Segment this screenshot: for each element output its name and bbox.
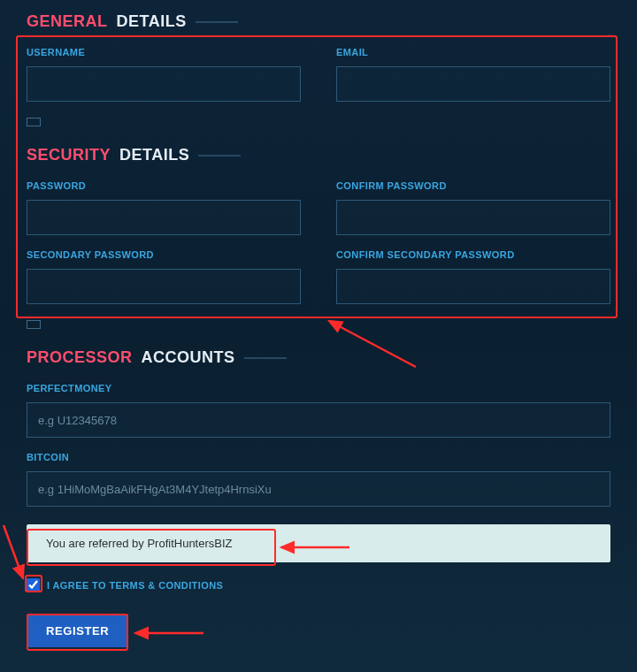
label-bitcoin: BITCOIN (27, 452, 610, 462)
title-accent: GENERAL (27, 12, 108, 31)
title-divider (244, 357, 287, 359)
title-divider (198, 155, 241, 157)
referral-banner: You are referred by ProfitHuntersBIZ (27, 524, 610, 562)
field-perfectmoney: PERFECTMONEY (27, 383, 610, 438)
field-secondary-password: SECONDARY PASSWORD (27, 249, 301, 304)
label-username: USERNAME (27, 47, 301, 57)
terms-label: I AGREE TO TERMS & CONDITIONS (47, 580, 223, 591)
svg-line-2 (4, 525, 23, 578)
section-processor: PROCESSOR ACCOUNTS PERFECTMONEY BITCOIN … (27, 348, 610, 647)
field-confirm-password: CONFIRM PASSWORD (336, 180, 610, 235)
input-email[interactable] (336, 66, 610, 102)
section-security: SECURITY DETAILS PASSWORD CONFIRM PASSWO… (27, 146, 610, 304)
label-confirm-password: CONFIRM PASSWORD (336, 180, 610, 191)
label-email: EMAIL (336, 47, 610, 57)
section-general: GENERAL DETAILS USERNAME EMAIL (27, 12, 610, 102)
field-password: PASSWORD (27, 180, 301, 235)
title-divider (196, 21, 238, 23)
register-button[interactable]: REGISTER (27, 615, 128, 647)
field-username: USERNAME (27, 47, 301, 102)
title-accent: SECURITY (27, 146, 111, 164)
input-bitcoin[interactable] (27, 471, 610, 507)
input-confirm-password[interactable] (336, 200, 610, 235)
section-title-security: SECURITY DETAILS (27, 146, 610, 164)
title-plain: ACCOUNTS (142, 348, 235, 367)
input-username[interactable] (27, 66, 301, 102)
input-perfectmoney[interactable] (27, 402, 610, 438)
field-email: EMAIL (336, 47, 610, 102)
decorative-tick (27, 118, 41, 126)
field-bitcoin: BITCOIN (27, 452, 610, 507)
title-plain: DETAILS (117, 12, 187, 31)
field-confirm-secondary: CONFIRM SECONDARY PASSWORD (336, 249, 610, 304)
title-accent: PROCESSOR (27, 348, 133, 367)
label-secondary-password: SECONDARY PASSWORD (27, 249, 301, 260)
input-confirm-secondary[interactable] (336, 269, 610, 304)
label-password: PASSWORD (27, 180, 301, 191)
section-title-general: GENERAL DETAILS (27, 12, 610, 31)
input-secondary-password[interactable] (27, 269, 301, 304)
terms-checkbox[interactable] (27, 578, 40, 592)
section-title-processor: PROCESSOR ACCOUNTS (27, 348, 610, 367)
decorative-tick (27, 320, 41, 329)
input-password[interactable] (27, 200, 301, 235)
title-plain: DETAILS (119, 146, 189, 164)
label-confirm-secondary: CONFIRM SECONDARY PASSWORD (336, 249, 610, 260)
label-perfectmoney: PERFECTMONEY (27, 383, 610, 393)
terms-row: I AGREE TO TERMS & CONDITIONS (27, 578, 610, 592)
